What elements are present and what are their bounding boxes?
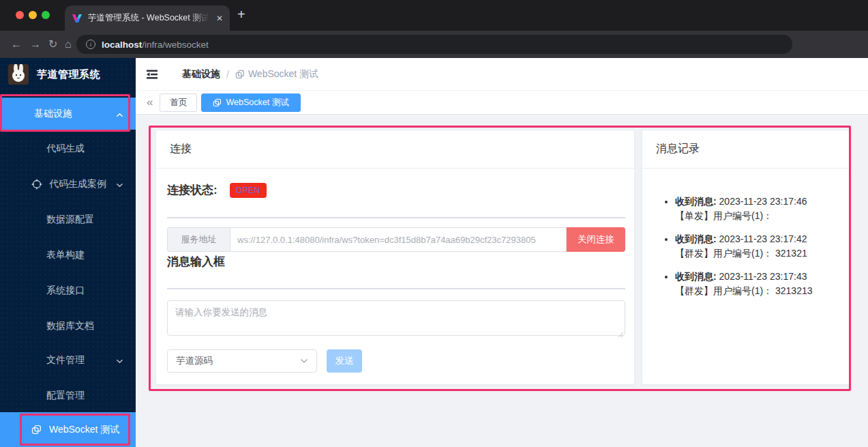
new-tab-button[interactable]: + bbox=[237, 7, 245, 23]
log-item-time: 2023-11-23 23:17:42 bbox=[719, 233, 807, 244]
divider bbox=[167, 217, 625, 218]
address-bar[interactable]: i localhost/infra/websocket bbox=[76, 35, 792, 54]
server-address-input[interactable] bbox=[230, 227, 567, 252]
app-logo-rabbit bbox=[8, 64, 29, 85]
connection-status-label: 连接状态: bbox=[167, 182, 218, 198]
tag-label: 首页 bbox=[170, 97, 187, 109]
sidebar-fold-icon[interactable] bbox=[145, 68, 159, 81]
page-tag-bar: « 首页 WebSocket 测试 bbox=[136, 91, 868, 115]
sidebar-item-label: 代码生成案例 bbox=[42, 178, 106, 190]
message-log-title: 消息记录 bbox=[642, 130, 850, 169]
log-item-detail: 【群发】用户编号(1)： 321321 bbox=[675, 246, 844, 261]
sidebar-item-datasource-config[interactable]: 数据源配置 bbox=[0, 203, 136, 235]
sidebar-item-label: 表单构建 bbox=[0, 249, 85, 261]
breadcrumb: 基础设施 / WebSocket 测试 bbox=[182, 68, 318, 81]
sidebar-item-infrastructure[interactable]: 基础设施 bbox=[0, 98, 136, 130]
message-log-card: 消息记录 收到消息: 2023-11-23 23:17:46 【单发】用户编号(… bbox=[642, 130, 850, 385]
forward-icon[interactable]: → bbox=[30, 37, 41, 52]
browser-tab[interactable]: 芋道管理系统 - WebSocket 测试 ✕ bbox=[65, 5, 230, 31]
log-item-detail: 【单发】用户编号(1)： bbox=[675, 209, 844, 223]
sidebar-item-label: 代码生成 bbox=[0, 143, 85, 155]
log-item-time: 2023-11-23 23:17:43 bbox=[719, 271, 807, 282]
sidebar-item-label: 文件管理 bbox=[0, 354, 85, 366]
chevron-down-icon bbox=[300, 357, 308, 365]
url-text: localhost/infra/websocket bbox=[102, 40, 209, 50]
browser-tab-title: 芋道管理系统 - WebSocket 测试 bbox=[88, 12, 209, 24]
app-title: 芋道管理系统 bbox=[37, 68, 100, 81]
log-item: 收到消息: 2023-11-23 23:17:46 【单发】用户编号(1)： bbox=[675, 194, 844, 223]
sidebar: 芋道管理系统 基础设施 代码生成 代码生成案例 数据源配置 bbox=[0, 58, 136, 447]
log-item-detail: 【群发】用户编号(1)： 3213213 bbox=[675, 284, 844, 298]
chevron-up-icon bbox=[116, 110, 123, 117]
tag-websocket-test[interactable]: WebSocket 测试 bbox=[201, 93, 300, 112]
send-row: 芋道源码 发送 bbox=[167, 349, 362, 373]
tag-label: WebSocket 测试 bbox=[226, 97, 288, 109]
back-icon[interactable]: ← bbox=[11, 37, 22, 52]
sidebar-item-code-gen-example[interactable]: 代码生成案例 bbox=[0, 168, 136, 200]
connection-card-title: 连接 bbox=[156, 130, 634, 169]
message-input-title: 消息输入框 bbox=[167, 254, 225, 270]
send-type-select[interactable]: 芋道源码 bbox=[167, 349, 317, 373]
connection-status-row: 连接状态: OPEN bbox=[167, 182, 267, 198]
breadcrumb-separator: / bbox=[226, 69, 229, 80]
message-log-list: 收到消息: 2023-11-23 23:17:46 【单发】用户编号(1)： 收… bbox=[675, 194, 844, 298]
sidebar-logo-row[interactable]: 芋道管理系统 bbox=[0, 58, 136, 91]
log-item-prefix: 收到消息: bbox=[675, 196, 717, 207]
breadcrumb-section[interactable]: 基础设施 bbox=[182, 68, 220, 81]
close-window-button[interactable] bbox=[16, 11, 24, 19]
app-header: 基础设施 / WebSocket 测试 bbox=[136, 58, 868, 91]
site-info-icon[interactable]: i bbox=[86, 40, 95, 49]
sidebar-item-db-docs[interactable]: 数据库文档 bbox=[0, 310, 136, 342]
server-address-group: 服务地址 关闭连接 bbox=[167, 227, 625, 252]
sidebar-item-code-generation[interactable]: 代码生成 bbox=[0, 132, 136, 164]
log-item: 收到消息: 2023-11-23 23:17:42 【群发】用户编号(1)： 3… bbox=[675, 232, 844, 261]
chevron-down-icon bbox=[116, 356, 123, 364]
log-item: 收到消息: 2023-11-23 23:17:43 【群发】用户编号(1)： 3… bbox=[675, 270, 844, 298]
screen: 芋道管理系统 - WebSocket 测试 ✕ + ← → ↻ ⌂ i loca… bbox=[0, 0, 868, 447]
breadcrumb-page: WebSocket 测试 bbox=[235, 68, 318, 81]
reload-icon[interactable]: ↻ bbox=[48, 37, 57, 52]
link-icon bbox=[213, 98, 222, 107]
breadcrumb-page-label: WebSocket 测试 bbox=[248, 68, 318, 81]
close-connection-button[interactable]: 关闭连接 bbox=[567, 227, 625, 252]
sidebar-item-system-api[interactable]: 系统接口 bbox=[0, 274, 136, 306]
send-type-selected-value: 芋道源码 bbox=[176, 355, 213, 367]
sidebar-item-label: 配置管理 bbox=[0, 390, 85, 402]
home-icon[interactable]: ⌂ bbox=[65, 37, 72, 52]
connection-card: 连接 连接状态: OPEN 服务地址 关闭连接 消息输入框 芋道源码 bbox=[155, 130, 635, 385]
chevron-down-icon bbox=[116, 180, 123, 188]
tag-home[interactable]: 首页 bbox=[160, 93, 197, 112]
sidebar-item-label: 基础设施 bbox=[0, 108, 72, 120]
sidebar-item-label: 系统接口 bbox=[0, 285, 85, 297]
url-host: localhost bbox=[102, 40, 142, 50]
sidebar-item-label: WebSocket 测试 bbox=[42, 424, 119, 436]
sidebar-item-form-builder[interactable]: 表单构建 bbox=[0, 239, 136, 271]
tags-scroll-left-icon[interactable]: « bbox=[147, 96, 153, 109]
sidebar-item-label: 数据源配置 bbox=[0, 214, 94, 226]
send-button[interactable]: 发送 bbox=[327, 349, 362, 373]
url-path: /infra/websocket bbox=[142, 40, 209, 50]
sidebar-item-websocket-test[interactable]: WebSocket 测试 bbox=[0, 412, 136, 447]
divider bbox=[167, 288, 625, 289]
minimize-window-button[interactable] bbox=[29, 11, 37, 19]
message-textarea[interactable] bbox=[167, 300, 625, 336]
link-icon bbox=[31, 424, 42, 435]
zoom-window-button[interactable] bbox=[42, 11, 50, 19]
sidebar-item-config-management[interactable]: 配置管理 bbox=[0, 379, 136, 412]
server-address-label: 服务地址 bbox=[167, 227, 230, 252]
tab-close-icon[interactable]: ✕ bbox=[216, 14, 223, 23]
status-badge: OPEN bbox=[230, 183, 267, 198]
message-textarea-wrap bbox=[167, 300, 625, 336]
log-item-prefix: 收到消息: bbox=[675, 271, 717, 282]
link-icon bbox=[235, 70, 245, 79]
log-item-time: 2023-11-23 23:17:46 bbox=[719, 196, 807, 207]
sidebar-item-file-management[interactable]: 文件管理 bbox=[0, 344, 136, 376]
crosshair-icon bbox=[31, 179, 42, 190]
favicon bbox=[72, 13, 83, 24]
browser-titlebar: 芋道管理系统 - WebSocket 测试 ✕ + bbox=[0, 0, 868, 31]
sidebar-item-label: 数据库文档 bbox=[0, 320, 94, 332]
log-item-prefix: 收到消息: bbox=[675, 233, 717, 244]
browser-toolbar: ← → ↻ ⌂ i localhost/infra/websocket bbox=[0, 31, 868, 58]
